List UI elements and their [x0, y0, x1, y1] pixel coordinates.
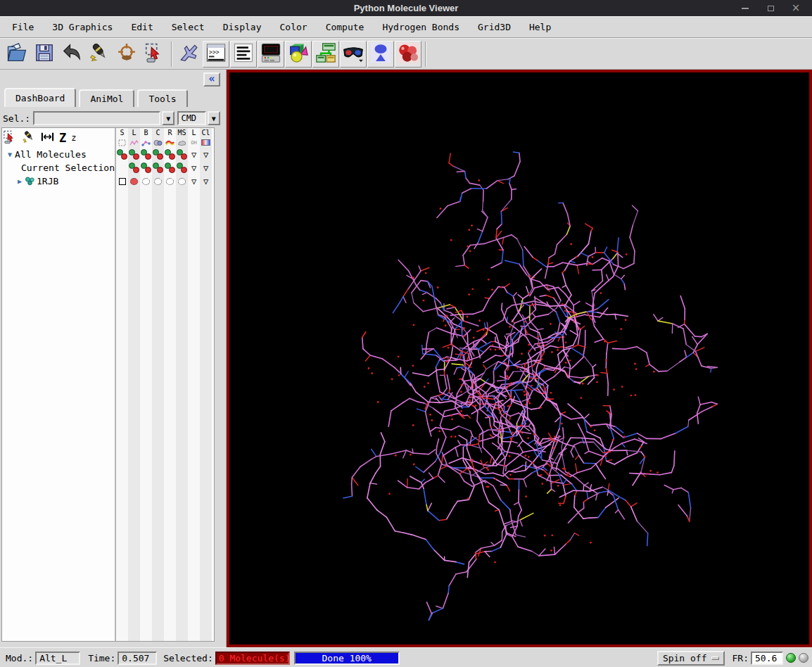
- center-button[interactable]: [113, 41, 140, 68]
- tree-item-label: 1RJB: [37, 176, 58, 186]
- rep-toggle-cl[interactable]: ▽: [200, 174, 212, 188]
- rep-toggle-l[interactable]: [128, 161, 140, 174]
- fr-value: 50.6: [755, 653, 777, 663]
- column-header-b[interactable]: B: [140, 128, 152, 138]
- rep-toggle-b[interactable]: [140, 148, 152, 161]
- open-button[interactable]: [4, 41, 30, 68]
- console-button[interactable]: [258, 41, 284, 68]
- tree-item-all-molecules[interactable]: ▼All Molecules: [2, 148, 115, 161]
- mod-value: Alt_L: [39, 653, 67, 663]
- select-region-button[interactable]: [141, 41, 167, 68]
- column-header-s[interactable]: S: [116, 128, 128, 138]
- menu-help[interactable]: Help: [520, 17, 560, 37]
- time-value-field: 0.507: [118, 652, 157, 665]
- undo-button[interactable]: [58, 41, 85, 68]
- rep-toggle-l[interactable]: ▽: [188, 174, 200, 188]
- menu-edit[interactable]: Edit: [122, 17, 162, 37]
- rep-toggle-b[interactable]: [140, 174, 152, 188]
- tab-animol[interactable]: AniMol: [79, 89, 134, 107]
- minimize-button[interactable]: [737, 2, 753, 15]
- rep-toggle-r[interactable]: [164, 161, 176, 174]
- molecule-tools-button[interactable]: [395, 41, 421, 68]
- cmd-dropdown-button[interactable]: ▼: [208, 111, 220, 125]
- python-shell-button[interactable]: >>>: [203, 41, 229, 68]
- menu-select[interactable]: Select: [163, 17, 214, 37]
- menu-grid3d[interactable]: Grid3D: [469, 17, 520, 37]
- molecule-icon: [25, 177, 36, 186]
- save-button[interactable]: [31, 41, 58, 68]
- network-nodes-icon: [315, 42, 336, 65]
- column-header-l[interactable]: L: [188, 128, 200, 138]
- tab-tools[interactable]: Tools: [137, 89, 187, 107]
- pick-button[interactable]: [175, 41, 202, 68]
- selection-dropdown-button[interactable]: ▼: [162, 111, 175, 125]
- rep-toggle-s[interactable]: [116, 174, 128, 188]
- column-header-l[interactable]: L: [128, 128, 140, 138]
- vision-button[interactable]: [312, 41, 339, 68]
- maximize-button[interactable]: [763, 2, 778, 15]
- redraw-indicator-green-icon[interactable]: [786, 653, 796, 663]
- menu-hydrogen-bonds[interactable]: Hydrogen Bonds: [373, 17, 469, 37]
- rep-toggle-cl[interactable]: ▽: [200, 161, 212, 174]
- grid-row-1rjb: ▽▽: [116, 174, 212, 188]
- tab-dashboard[interactable]: DashBoard: [4, 88, 76, 107]
- tree-item-1rjb[interactable]: ▶1RJB: [2, 174, 115, 188]
- rep-toggle-l[interactable]: ▽: [188, 148, 200, 161]
- rep-toggle-l[interactable]: ▽: [188, 161, 200, 174]
- chevron-left-icon: «: [208, 72, 215, 85]
- column-header-ms[interactable]: MS: [176, 128, 188, 138]
- rep-toggle-cl[interactable]: ▽: [200, 148, 212, 161]
- menu-display[interactable]: Display: [214, 17, 271, 37]
- tree-item-current-selection[interactable]: Current Selection: [2, 161, 115, 174]
- menu-color[interactable]: Color: [270, 17, 316, 37]
- select-region-icon: [144, 42, 165, 65]
- log-button[interactable]: [230, 41, 257, 68]
- column-header-c[interactable]: C: [152, 128, 164, 138]
- expander-down-icon[interactable]: ▼: [5, 151, 15, 158]
- log-lines-icon: [233, 42, 254, 65]
- menu-3d-graphics[interactable]: 3D Graphics: [43, 17, 122, 37]
- panel-tabs: DashBoardAniMolTools: [4, 89, 188, 107]
- dashboard-tree: ▼All MoleculesCurrent Selection▶1RJB SLB…: [1, 127, 215, 642]
- menu-compute[interactable]: Compute: [317, 17, 374, 37]
- progress-text: Done 100%: [322, 653, 372, 663]
- rep-toggle-c[interactable]: [152, 148, 164, 161]
- rep-toggle-c[interactable]: [152, 174, 164, 188]
- dashboard-toolbar: Zz: [3, 129, 114, 147]
- geometries-button[interactable]: [285, 41, 312, 68]
- chevron-down-icon: ▼: [166, 115, 170, 122]
- cmd-select[interactable]: CMD: [177, 111, 205, 125]
- rep-toggle-r[interactable]: [164, 148, 176, 161]
- column-header-cl[interactable]: Cl: [200, 128, 212, 138]
- record-button[interactable]: [86, 41, 113, 68]
- panel-collapse-button[interactable]: «: [203, 72, 220, 87]
- rep-toggle-b[interactable]: [140, 161, 152, 174]
- spin-toggle-button[interactable]: Spin off: [657, 651, 725, 666]
- column-header-r[interactable]: R: [164, 128, 176, 138]
- stereo-button[interactable]: [340, 41, 367, 68]
- 3d-viewport[interactable]: [227, 70, 812, 647]
- rep-toggle-ms[interactable]: [176, 148, 188, 161]
- decrease-font-button[interactable]: z: [71, 133, 76, 143]
- tree-item-label: All Molecules: [15, 149, 87, 160]
- animol-button[interactable]: [367, 41, 394, 68]
- stereo-glasses-icon: [343, 42, 364, 65]
- rep-toggle-ms[interactable]: [176, 161, 188, 174]
- expander-right-icon[interactable]: ▶: [15, 177, 25, 185]
- redraw-indicator-gray-icon[interactable]: [799, 653, 808, 663]
- dashboard-panel: « DashBoardAniMolTools Sel.: ▼ CMD ▼ ▼Al…: [0, 70, 227, 647]
- rep-toggle-s[interactable]: [116, 148, 128, 161]
- selection-input[interactable]: [33, 111, 160, 125]
- column-width-button[interactable]: [41, 132, 54, 144]
- rep-toggle-r[interactable]: [164, 174, 176, 188]
- surface-icon: [176, 138, 188, 147]
- rep-toggle-l[interactable]: [128, 148, 140, 161]
- rep-toggle-ms[interactable]: [176, 174, 188, 188]
- menu-file[interactable]: File: [3, 17, 43, 37]
- rep-toggle-c[interactable]: [152, 161, 164, 174]
- increase-font-button[interactable]: Z: [59, 131, 66, 145]
- close-button[interactable]: ×: [788, 2, 804, 15]
- select-spheres-button[interactable]: [3, 130, 17, 146]
- rep-toggle-l[interactable]: [128, 174, 140, 188]
- label-button[interactable]: [22, 130, 36, 146]
